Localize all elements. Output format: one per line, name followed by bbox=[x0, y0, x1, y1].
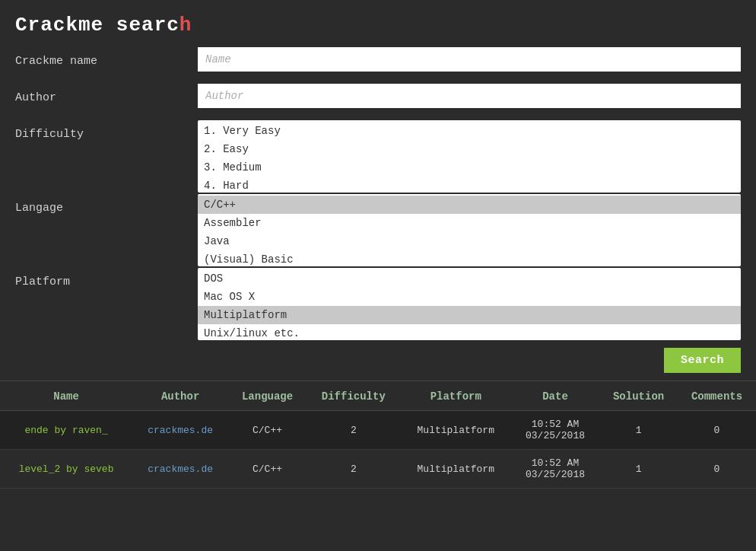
cell-solution: 1 bbox=[599, 411, 678, 450]
col-language: Language bbox=[228, 383, 307, 411]
author-label: Author bbox=[15, 84, 198, 104]
difficulty-select-wrap: 1. Very Easy2. Easy3. Medium4. Hard5. Ve… bbox=[198, 120, 741, 193]
col-difficulty: Difficulty bbox=[307, 383, 401, 411]
cell-platform: Multiplatform bbox=[401, 411, 511, 450]
platform-row: Platform DOSMac OS XMultiplatformUnix/li… bbox=[15, 268, 741, 340]
table-header-row: Name Author Language Difficulty Platform… bbox=[0, 383, 756, 411]
cell-author[interactable]: crackmes.de bbox=[132, 450, 228, 489]
results-table: Name Author Language Difficulty Platform… bbox=[0, 383, 756, 489]
search-form: Crackme name Author Difficulty 1. Very E… bbox=[0, 47, 756, 340]
cell-comments: 0 bbox=[678, 411, 756, 450]
author-row: Author bbox=[15, 84, 741, 119]
cell-solution: 1 bbox=[599, 450, 678, 489]
crackme-name-label: Crackme name bbox=[15, 47, 198, 68]
cell-author[interactable]: crackmes.de bbox=[132, 411, 228, 450]
search-button[interactable]: Search bbox=[664, 348, 741, 373]
col-author: Author bbox=[132, 383, 228, 411]
cell-platform: Multiplatform bbox=[401, 450, 511, 489]
language-select-wrap: C/C++AssemblerJava(Visual) Basic.NETDelp… bbox=[198, 194, 741, 266]
author-input-wrap bbox=[198, 84, 741, 108]
title-highlight: h bbox=[179, 14, 192, 37]
cell-language: C/C++ bbox=[228, 411, 307, 450]
difficulty-select[interactable]: 1. Very Easy2. Easy3. Medium4. Hard5. Ve… bbox=[198, 120, 741, 193]
col-name: Name bbox=[0, 383, 132, 411]
author-input[interactable] bbox=[198, 84, 741, 108]
cell-name[interactable]: level_2 by seveb bbox=[0, 450, 132, 489]
cell-name[interactable]: ende by raven_ bbox=[0, 411, 132, 450]
difficulty-row: Difficulty 1. Very Easy2. Easy3. Medium4… bbox=[15, 120, 741, 193]
table-row: level_2 by sevebcrackmes.deC/C++2Multipl… bbox=[0, 450, 756, 489]
platform-label: Platform bbox=[15, 268, 198, 288]
crackme-name-input[interactable] bbox=[198, 47, 741, 72]
language-label: Langage bbox=[15, 194, 198, 215]
crackme-name-input-wrap bbox=[198, 47, 741, 72]
language-select[interactable]: C/C++AssemblerJava(Visual) Basic.NETDelp… bbox=[198, 194, 741, 266]
cell-difficulty: 2 bbox=[307, 411, 401, 450]
difficulty-label: Difficulty bbox=[15, 120, 198, 141]
table-row: ende by raven_crackmes.deC/C++2Multiplat… bbox=[0, 411, 756, 450]
crackme-name-row: Crackme name bbox=[15, 47, 741, 82]
language-row: Langage C/C++AssemblerJava(Visual) Basic… bbox=[15, 194, 741, 266]
page-title: Crackme search bbox=[0, 0, 756, 47]
table-header: Name Author Language Difficulty Platform… bbox=[0, 383, 756, 411]
platform-select[interactable]: DOSMac OS XMultiplatformUnix/linux etc.W… bbox=[198, 268, 741, 340]
cell-difficulty: 2 bbox=[307, 450, 401, 489]
cell-language: C/C++ bbox=[228, 450, 307, 489]
cell-comments: 0 bbox=[678, 450, 756, 489]
search-button-row: Search bbox=[0, 342, 756, 381]
cell-date: 10:52 AM03/25/2018 bbox=[511, 411, 599, 450]
col-comments: Comments bbox=[678, 383, 756, 411]
platform-select-wrap: DOSMac OS XMultiplatformUnix/linux etc.W… bbox=[198, 268, 741, 340]
cell-date: 10:52 AM03/25/2018 bbox=[511, 450, 599, 489]
col-solution: Solution bbox=[599, 383, 678, 411]
col-platform: Platform bbox=[401, 383, 511, 411]
table-body: ende by raven_crackmes.deC/C++2Multiplat… bbox=[0, 411, 756, 489]
col-date: Date bbox=[511, 383, 599, 411]
